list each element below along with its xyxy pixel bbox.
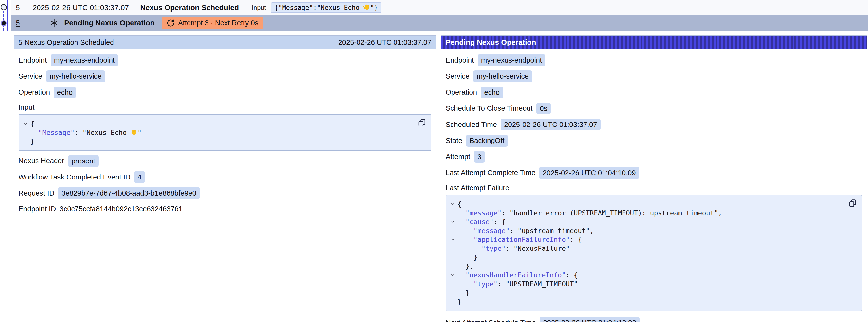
- input-preview-chip: {"Message":"Nexus Echo "}: [271, 2, 381, 13]
- field-service: Service my-hello-service: [19, 70, 431, 82]
- field-label: Service: [445, 72, 469, 80]
- code-text: }: [458, 253, 477, 262]
- code-text: }: [458, 297, 461, 306]
- field-schedule-to-close-timeout: Schedule To Close Timeout 0s: [445, 103, 862, 115]
- code-text: {: [458, 200, 461, 208]
- field-scheduled-time: Scheduled Time 2025-02-26 UTC 01:03:37.0…: [445, 119, 862, 130]
- copy-button[interactable]: [848, 199, 857, 208]
- waving-hand-emoji: [363, 4, 370, 11]
- field-value-badge: my-nexus-endpoint: [478, 54, 546, 66]
- collapse-chevron-icon[interactable]: [448, 235, 458, 242]
- code-text: "applicationFailureInfo": {: [458, 235, 582, 244]
- field-value-badge: echo: [54, 87, 76, 98]
- field-next-attempt-schedule-time: Next Attempt Schedule Time 2025-02-26 UT…: [445, 317, 862, 322]
- collapse-chevron-icon[interactable]: [21, 119, 30, 126]
- event-title: Nexus Operation Scheduled: [140, 3, 239, 12]
- field-value-badge: 2025-02-26 UTC 01:04:13.93: [539, 317, 640, 322]
- last-attempt-failure-code-block: { "message": "handler error (UPSTREAM_TI…: [445, 195, 862, 311]
- pending-panel-header: Pending Nexus Operation: [441, 36, 867, 49]
- event-id-link[interactable]: 5: [16, 19, 23, 27]
- retry-icon: [166, 19, 175, 27]
- code-line: "type": "UPSTREAM_TIMEOUT": [448, 280, 847, 288]
- code-text: "nexusHandlerFailureInfo": {: [458, 271, 578, 280]
- field-label: Attempt: [445, 153, 470, 161]
- code-text: {: [30, 119, 34, 128]
- code-line: {: [21, 119, 416, 128]
- field-service: Service my-hello-service: [445, 70, 862, 82]
- pending-asterisk-icon: [49, 18, 59, 28]
- code-line: {: [448, 200, 847, 208]
- field-value-badge: 0s: [536, 103, 551, 115]
- retry-badge-label: Attempt 3 · Next Retry 0s: [178, 19, 258, 27]
- field-label: Endpoint: [19, 56, 47, 64]
- code-text: "type": "NexusFailure": [458, 244, 570, 253]
- input-section-label: Input: [19, 103, 431, 112]
- panel-nexus-operation-scheduled: 5 Nexus Operation Scheduled 2025-02-26 U…: [13, 35, 436, 322]
- field-endpoint-id: Endpoint ID 3c0c75ccfa8144b092c13ce63246…: [19, 203, 431, 215]
- field-value-badge: 2025-02-26 UTC 01:04:10.09: [539, 167, 639, 179]
- event-title: Pending Nexus Operation: [64, 19, 155, 27]
- field-last-attempt-complete-time: Last Attempt Complete Time 2025-02-26 UT…: [445, 167, 862, 179]
- code-text: "message": "handler error (UPSTREAM_TIME…: [458, 208, 722, 218]
- event-id-link[interactable]: 5: [16, 3, 23, 12]
- code-text: "type": "UPSTREAM_TIMEOUT": [458, 280, 578, 288]
- field-label: Endpoint ID: [19, 205, 56, 213]
- collapse-chevron-icon[interactable]: [448, 200, 458, 206]
- field-label: Operation: [19, 88, 50, 96]
- field-workflow-task-completed-event-id: Workflow Task Completed Event ID 4: [19, 171, 431, 183]
- field-value-badge: 2025-02-26 UTC 01:03:37.07: [501, 119, 600, 130]
- field-attempt: Attempt 3: [445, 151, 862, 163]
- code-text: },: [458, 262, 473, 271]
- field-value-badge: 3: [474, 151, 485, 163]
- code-line: }: [448, 253, 847, 262]
- event-row-nexus-operation-scheduled[interactable]: 5 2025-02-26 UTC 01:03:37.07 Nexus Opera…: [11, 0, 868, 15]
- copy-button[interactable]: [417, 118, 426, 128]
- copy-icon: [417, 118, 426, 127]
- field-request-id: Request ID 3e829b7e-7d67-4b08-aad3-b1e86…: [19, 187, 431, 199]
- last-attempt-failure-label: Last Attempt Failure: [445, 183, 862, 193]
- event-row-pending-nexus-operation[interactable]: 5 Pending Nexus Operation Attempt 3 · Ne…: [11, 15, 868, 31]
- code-line: }: [448, 297, 847, 306]
- collapse-chevron-icon[interactable]: [448, 271, 458, 278]
- code-line: "cause": {: [448, 218, 847, 226]
- field-value-badge: 4: [134, 171, 145, 183]
- code-line: "type": "NexusFailure": [448, 244, 847, 253]
- code-text: }: [458, 288, 469, 297]
- field-value-badge: my-nexus-endpoint: [51, 54, 118, 66]
- code-line: "Message": "Nexus Echo ": [21, 128, 416, 137]
- field-label: Scheduled Time: [445, 121, 497, 129]
- field-label: Last Attempt Complete Time: [445, 169, 535, 177]
- copy-icon: [848, 199, 857, 207]
- field-operation: Operation echo: [445, 87, 862, 98]
- field-label: Operation: [445, 88, 477, 96]
- field-label: Endpoint: [445, 56, 474, 64]
- panel-body: Endpoint my-nexus-endpoint Service my-he…: [14, 49, 436, 219]
- panel-header: 5 Nexus Operation Scheduled 2025-02-26 U…: [14, 36, 436, 49]
- field-state: State BackingOff: [445, 135, 862, 147]
- panel-timestamp: 2025-02-26 UTC 01:03:37.07: [338, 38, 431, 46]
- timeline-node-current-icon: [1, 21, 7, 26]
- code-line: }: [448, 288, 847, 297]
- event-timestamp: 2025-02-26 UTC 01:03:37.07: [33, 3, 129, 12]
- field-operation: Operation echo: [19, 87, 431, 98]
- field-label: Service: [19, 72, 42, 80]
- input-mini-label: Input: [252, 4, 266, 11]
- endpoint-id-link[interactable]: 3c0c75ccfa8144b092c13ce632463761: [60, 205, 183, 213]
- field-value-badge: my-hello-service: [473, 70, 532, 82]
- waving-hand-emoji: [130, 129, 137, 136]
- code-text: "message": "upstream timeout",: [458, 226, 594, 235]
- code-line: "message": "upstream timeout",: [448, 226, 847, 235]
- code-text: "Message": "Nexus Echo ": [30, 128, 142, 137]
- code-line: "message": "handler error (UPSTREAM_TIME…: [448, 208, 847, 218]
- timeline-node-open-icon: [1, 4, 7, 10]
- field-endpoint: Endpoint my-nexus-endpoint: [445, 54, 862, 66]
- field-endpoint: Endpoint my-nexus-endpoint: [19, 54, 431, 66]
- workflow-event-detail-screen: 5 2025-02-26 UTC 01:03:37.07 Nexus Opera…: [0, 0, 868, 322]
- code-line: "applicationFailureInfo": {: [448, 235, 847, 244]
- code-line: }: [21, 137, 416, 146]
- field-label: Request ID: [19, 189, 54, 197]
- collapse-chevron-icon[interactable]: [448, 218, 458, 224]
- code-line: "nexusHandlerFailureInfo": {: [448, 271, 847, 280]
- field-nexus-header: Nexus Header present: [19, 155, 431, 167]
- field-value-badge: echo: [480, 87, 503, 98]
